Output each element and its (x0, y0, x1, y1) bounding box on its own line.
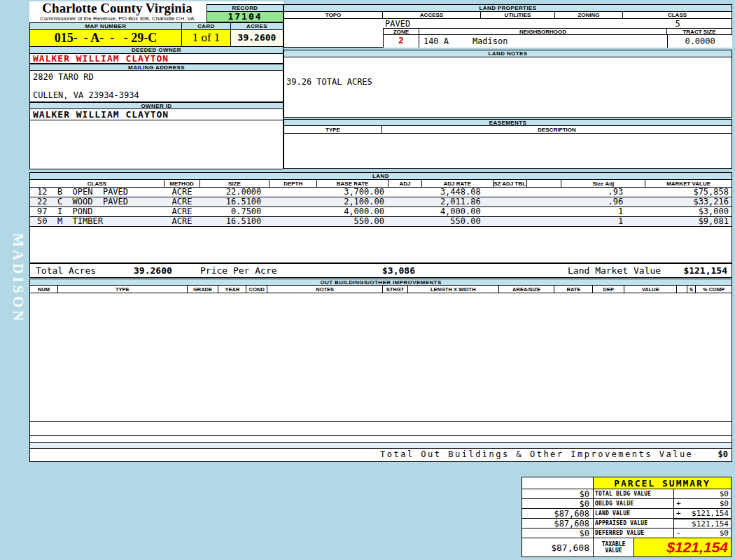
ob-sthgt-header: STHGT (383, 286, 408, 293)
appraised-value-label: APPRAISED VALUE (594, 518, 674, 528)
obldg-value-cell: + $0 (674, 498, 732, 509)
land-blank (527, 188, 562, 197)
mailing-address-header: MAILING ADDRESS (29, 64, 284, 71)
land-value-label: LAND VALUE (594, 508, 674, 519)
ob-pct-comp-header: % COMP (696, 286, 732, 293)
taxable-value-label: TAXABLE VALUE (594, 538, 634, 557)
land-value-cell: + $121,154 (674, 508, 732, 519)
out-buildings-total-label: Total Out Buildings & Other Improvements… (380, 449, 693, 461)
land-size-header: SIZE (200, 180, 270, 187)
parcel-summary-panel: PARCEL SUMMARY $0 TOTAL BLDG VALUE $0 $0… (522, 477, 732, 557)
land-base-rate: 4,000.00 (317, 207, 388, 216)
land-size: 16.5100 (200, 217, 270, 226)
prior-total-bldg-value: $0 (522, 489, 594, 499)
land-market-value-header: MARKET VALUE (645, 180, 732, 187)
land-method: ACRE (164, 197, 200, 206)
taxable-value: $121,154 (634, 538, 732, 557)
land-section-header: LAND (29, 172, 732, 180)
parcel-summary-row: $87,608 LAND VALUE + $121,154 (522, 508, 732, 519)
out-buildings-blank-area (29, 293, 732, 422)
out-buildings-column-headers: NUM TYPE GRADE YEAR COND NOTES STHGT LEN… (29, 286, 732, 293)
land-method: ACRE (164, 207, 200, 216)
taxable-value-row: $87,608 TAXABLE VALUE $121,154 (522, 538, 732, 557)
appraised-value: $121,154 (692, 519, 729, 528)
land-market-value-total: $121,154 (683, 264, 727, 277)
card-header: CARD (182, 22, 231, 30)
ob-blank-header (677, 286, 687, 293)
land-adj-rate: 3,448.08 (422, 188, 493, 197)
land-base-rate: 3,700.00 (317, 188, 388, 197)
land-notes-box: 39.26 TOTAL ACRES (284, 57, 732, 118)
land-class-header: CLASS (30, 180, 164, 187)
zoning-column-header: ZONING (555, 12, 623, 18)
ob-area-size-header: AREA/SIZE (499, 286, 555, 293)
land-market-value-label: Land Market Value (568, 264, 661, 277)
land-base-rate-header: BASE RATE (317, 180, 388, 187)
access-value: PAVED (385, 19, 410, 29)
land-blank-header (527, 180, 562, 187)
land-table-row: 97 I PONDACRE0.75004,000.004,000.001$3,0… (30, 207, 732, 217)
owner-panel-blank-area (29, 120, 284, 169)
land-market-value: $9,081 (645, 217, 732, 226)
class-value: 5 (623, 19, 732, 29)
deferred-value: $0 (720, 528, 729, 538)
land-blank (527, 217, 562, 226)
parcel-id-values: 015- - A- - - 29-C 1 of 1 39.2600 (29, 30, 284, 47)
out-buildings-total-row: Total Out Buildings & Other Improvements… (29, 449, 732, 462)
out-buildings-empty-row (29, 436, 732, 443)
out-buildings-empty-row (29, 443, 732, 449)
total-bldg-value-label: TOTAL BLDG VALUE (594, 489, 674, 499)
land-blank (527, 207, 562, 216)
land-class: 97 I POND (30, 207, 164, 216)
land-method: ACRE (164, 188, 200, 197)
tract-size-column-header: TRACT SIZE (667, 29, 732, 34)
deferred-value-label: DEFERRED VALUE (594, 528, 674, 538)
out-buildings-empty-row (29, 422, 732, 436)
deferred-value-cell: - $0 (674, 528, 732, 538)
parcel-summary-row: $87,608 APPRAISED VALUE $121,154 (522, 518, 732, 528)
address-line-2: CULLEN, VA 23934-3934 (33, 90, 283, 102)
land-adj (388, 197, 422, 206)
utilities-column-header: UTILITIES (481, 12, 555, 18)
topo-column-header: TOPO (284, 12, 383, 18)
ob-num-header: NUM (30, 286, 58, 293)
neighborhood-name: Madison (472, 36, 508, 46)
easement-description-column-header: DESCRIPTION (382, 126, 732, 133)
total-acres-value: 39.2600 (134, 264, 172, 277)
land-table-row: 50 M TIMBERACRE16.5100550.00550.001$9,08… (30, 217, 732, 227)
parcel-summary-row: $0 DEFERRED VALUE - $0 (522, 528, 732, 538)
land-adj-rate: 550.00 (422, 217, 493, 226)
ob-year-header: YEAR (218, 286, 246, 293)
owner-id-value: WALKER WILLIAM CLAYTON (29, 109, 284, 120)
land-market-value: $33,216 (645, 197, 732, 206)
price-per-acre-label: Price Per Acre (200, 264, 277, 277)
op: - (676, 528, 681, 538)
land-class: 50 M TIMBER (30, 217, 164, 226)
appraised-value-cell: $121,154 (674, 518, 732, 528)
land-blank (527, 197, 562, 206)
land-sz-adj-tbl (493, 217, 527, 226)
commissioner-subtitle: Commissioner of the Revenue, PO Box 308,… (29, 15, 205, 22)
obldg-value-label: OBLDG VALUE (594, 498, 674, 509)
zone-table-headers: ZONE NEIGHBORHOOD TRACT SIZE (383, 28, 732, 35)
map-number-header: MAP NUMBER (29, 22, 182, 30)
land-depth (270, 217, 317, 226)
op: + (676, 509, 681, 518)
parcel-summary-row: $0 OBLDG VALUE + $0 (522, 498, 732, 509)
land-method: ACRE (164, 217, 200, 226)
acres-header: ACRES (231, 22, 284, 30)
land-class: 22 C WOOD PAVED (30, 197, 164, 206)
zone-neighborhood-table: ZONE NEIGHBORHOOD TRACT SIZE 2 140 A Mad… (383, 28, 732, 48)
ob-dep-header: DEP (593, 286, 624, 293)
easements-blank-area (284, 134, 732, 169)
owner-id-header: OWNER ID (29, 102, 284, 109)
out-buildings-total-value: $0 (718, 449, 728, 461)
ob-s-header: S (687, 286, 696, 293)
district-label: MADISON (6, 233, 27, 338)
ob-type-header: TYPE (58, 286, 188, 293)
ob-notes-header: NOTES (267, 286, 383, 293)
land-table: CLASS METHOD SIZE DEPTH BASE RATE ADJ AD… (29, 180, 732, 278)
neighborhood-code: 140 A (424, 36, 449, 46)
acres-value: 39.2600 (231, 30, 284, 47)
land-adj-rate-header: ADJ RATE (422, 180, 493, 187)
